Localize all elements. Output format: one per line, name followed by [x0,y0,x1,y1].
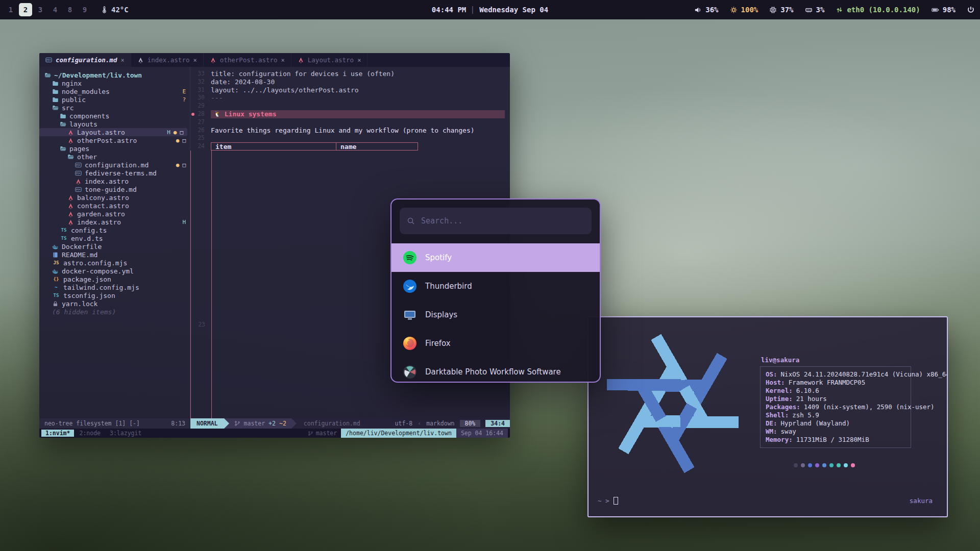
palette-dot [808,463,812,467]
tree-item-badges: ? [182,96,186,103]
bar-module[interactable]: eth0 (10.0.0.140) [836,6,920,14]
clock-module[interactable]: 04:44 PM Wednesday Sep 04 [432,6,548,14]
launcher-entry-firefox[interactable]: Firefox [391,329,600,358]
workspace-1[interactable]: 1 [4,3,17,16]
tree-item-tone-guide.md[interactable]: tone-guide.md [39,185,190,193]
launcher-entry-spotify[interactable]: Spotify [391,243,600,272]
workspace-3[interactable]: 3 [34,3,47,16]
clock-date: Wednesday Sep 04 [479,6,548,14]
tree-item-docker-compose.yml[interactable]: docker-compose.yml [39,267,190,275]
launcher-entry-displays[interactable]: Displays [391,300,600,329]
bar-module[interactable]: 98% [932,6,955,14]
tree-item-index.astro[interactable]: index.astroH [39,218,190,226]
tree-item-label: public [62,96,86,104]
folder-open-icon [60,121,66,128]
bar-right: 36%100%37%3%eth0 (10.0.0.140)98% [694,6,975,14]
close-icon[interactable] [281,57,285,64]
fetch-info-box: OS:NixOS 24.11.20240828.71e91c4 (Vicuna)… [760,366,911,448]
fetch-info-value: 21 hours [796,395,827,403]
launcher-entry-label: Darktable Photo Workflow Software [425,367,561,377]
tree-item-other[interactable]: other [39,153,190,161]
power-button[interactable] [967,6,975,14]
fetch-info-line: WM:sway [766,428,911,436]
close-icon[interactable] [120,57,124,64]
tree-item-index.astro[interactable]: index.astro [39,177,190,185]
tab-index.astro[interactable]: index.astro [131,53,204,67]
tree-item-nginx[interactable]: nginx [39,79,190,87]
workspaces: 123489 [4,3,91,16]
bar-module[interactable]: 36% [694,6,718,14]
tree-item-garden.astro[interactable]: garden.astro [39,210,190,218]
tree-item-label: Dockerfile [62,243,102,251]
ts-icon: TS [60,227,68,234]
temperature-module[interactable]: 42°C [101,6,129,14]
tmux-window-1:nvim*[interactable]: 1:nvim* [41,430,74,437]
workspace-8[interactable]: 8 [63,3,77,16]
bar-module[interactable]: 37% [769,6,793,14]
editor-line: 27 [190,118,510,127]
tree-item-Layout.astro[interactable]: Layout.astroH●□ [39,128,187,136]
tree-item-yarn.lock[interactable]: yarn.lock [39,299,190,308]
close-icon[interactable] [357,57,361,64]
color-palette [794,463,855,467]
tree-item-public[interactable]: public? [39,95,190,104]
search-box[interactable] [400,208,592,234]
tab-Layout.astro[interactable]: Layout.astro [291,53,368,67]
tab-configuration.md[interactable]: configuration.md [39,53,131,67]
workspace-9[interactable]: 9 [78,3,91,16]
tree-item-label: nginx [62,80,82,87]
tree-item-otherPost.astro[interactable]: otherPost.astro●□ [39,136,190,144]
tree-item-label: README.md [62,251,97,259]
tree-item-configuration.md[interactable]: configuration.md●□ [39,161,190,169]
tree-item-src[interactable]: src [39,104,190,112]
tree-item-tsconfig.json[interactable]: TStsconfig.json [39,291,190,299]
lock-icon [52,300,59,307]
tree-item-6hiddenitems[interactable]: (6 hidden items) [39,308,190,316]
tree-item-pages[interactable]: pages [39,144,190,153]
tree-item-env.d.ts[interactable]: TSenv.d.ts [39,234,190,242]
fetch-info-value: zsh 5.9 [792,411,819,419]
close-icon[interactable] [193,57,197,64]
tree-item-package.json[interactable]: {}package.json [39,275,190,283]
folder-icon [52,88,59,95]
fetch-terminal-window: liv@sakura OS:NixOS 24.11.20240828.71e91… [587,316,948,517]
search-input[interactable] [421,216,584,226]
tree-item-tailwind.config.mjs[interactable]: ~tailwind.config.mjs [39,283,190,291]
tree-item-layouts[interactable]: layouts [39,120,190,128]
neotree-panel[interactable]: ~/Development/liv.townnginxnode_modulesE… [39,67,190,418]
line-number: 33 [190,70,211,78]
bar-module-text: 37% [780,6,793,14]
tree-item-label: package.json [63,276,111,283]
tree-item-node_modules[interactable]: node_modulesE [39,87,190,95]
git-status-badge: ● [176,162,180,168]
shell-prompt[interactable]: ~ > [598,497,618,505]
launcher-entry-thunderbird[interactable]: Thunderbird [391,272,600,300]
tree-item-label: ~/Development/liv.town [54,71,142,79]
tmux-window-2:node[interactable]: 2:node [75,430,105,437]
workspace-2[interactable]: 2 [19,3,32,16]
palette-dot [851,463,855,467]
launcher-entry-label: Displays [425,310,457,319]
workspace-4[interactable]: 4 [48,3,62,16]
bar-module[interactable]: 3% [805,6,825,14]
fetch-info-value: Framework FRANMDCP05 [789,379,866,386]
line-number: 26 [190,127,211,135]
tmux-window-3:lazygit[interactable]: 3:lazygit [106,430,145,437]
tree-item-components[interactable]: components [39,112,190,120]
tree-item-README.md[interactable]: README.md [39,251,190,259]
editor-line: 30--- [190,94,510,102]
launcher-entry-darktable-photo-workflow-software[interactable]: Darktable Photo Workflow Software [391,358,600,383]
tree-item-astro.config.mjs[interactable]: JSastro.config.mjs [39,259,190,267]
powerline-separator [291,418,297,429]
tree-item-fediverse-terms.md[interactable]: fediverse-terms.md [39,169,190,177]
tree-item-Dockerfile[interactable]: Dockerfile [39,242,190,251]
docker-icon [52,243,59,250]
tab-otherPost.astro[interactable]: otherPost.astro [204,53,291,67]
tree-item-balcony.astro[interactable]: balcony.astro [39,193,190,202]
tree-item-badges: E [182,88,186,95]
app-launcher: SpotifyThunderbirdDisplaysFirefoxDarktab… [390,198,601,383]
tree-item-config.ts[interactable]: TSconfig.ts [39,226,190,234]
tree-item-contact.astro[interactable]: contact.astro [39,202,190,210]
tree-item-Developmentliv.town[interactable]: ~/Development/liv.town [39,71,190,79]
bar-module[interactable]: 100% [730,6,758,14]
